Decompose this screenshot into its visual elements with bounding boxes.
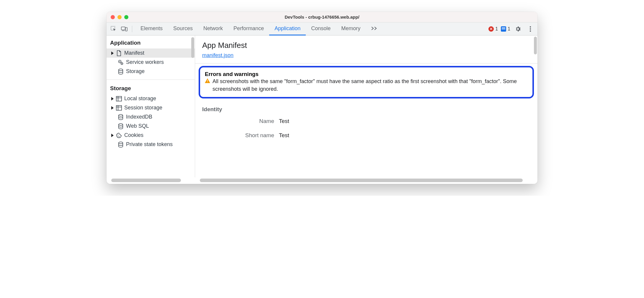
- sidebar-item-cookies[interactable]: Cookies: [107, 131, 195, 140]
- warning-row: All screenshots with the same "form_fact…: [205, 77, 528, 93]
- caret-icon: [111, 106, 114, 110]
- sidebar-section-storage: Storage: [107, 81, 195, 94]
- svg-point-22: [118, 136, 118, 137]
- svg-rect-12: [116, 96, 122, 101]
- section-divider: [195, 63, 537, 64]
- toolbar-divider: [132, 26, 132, 32]
- gears-icon: [118, 59, 124, 65]
- sidebar-item-manifest[interactable]: Manifest: [107, 48, 195, 58]
- tab-elements[interactable]: Elements: [135, 22, 168, 35]
- sidebar-item-private-state-tokens[interactable]: Private state tokens: [107, 140, 195, 149]
- close-window-button[interactable]: [111, 15, 115, 19]
- svg-point-8: [120, 61, 120, 62]
- minimize-window-button[interactable]: [117, 15, 122, 19]
- cookie-icon: [116, 132, 122, 138]
- svg-rect-3: [125, 27, 127, 31]
- identity-shortname-value: Test: [279, 132, 530, 139]
- panel-body: Application Manifest Service workers: [107, 35, 537, 177]
- application-sidebar: Application Manifest Service workers: [107, 35, 195, 177]
- bottom-scroll-region: [107, 177, 537, 184]
- svg-point-5: [530, 28, 531, 29]
- tab-memory[interactable]: Memory: [336, 22, 366, 35]
- sidebar-item-local-storage[interactable]: Local storage: [107, 94, 195, 103]
- warning-text: All screenshots with the same "form_fact…: [213, 77, 528, 93]
- more-menu-icon[interactable]: [526, 24, 535, 34]
- maximize-window-button[interactable]: [124, 15, 128, 19]
- tab-performance[interactable]: Performance: [228, 22, 269, 35]
- titlebar: DevTools - crbug-1476656.web.app/: [107, 12, 537, 22]
- identity-name-key: Name: [202, 118, 279, 124]
- svg-rect-1: [121, 27, 125, 30]
- sidebar-item-label: Local storage: [124, 95, 156, 102]
- svg-point-10: [122, 63, 122, 64]
- window-title: DevTools - crbug-1476656.web.app/: [107, 14, 537, 20]
- sidebar-item-label: Private state tokens: [126, 141, 173, 148]
- svg-point-20: [118, 135, 118, 135]
- error-count-badge[interactable]: ✕ 1: [488, 26, 498, 32]
- db-icon: [118, 142, 124, 148]
- sidebar-item-label: Manifest: [124, 50, 144, 56]
- device-toolbar-icon[interactable]: [120, 24, 129, 34]
- identity-section: Identity Name Test Short name Test: [195, 102, 537, 144]
- svg-point-21: [119, 136, 120, 137]
- more-tabs-button[interactable]: [366, 22, 383, 35]
- sidebar-item-session-storage[interactable]: Session storage: [107, 103, 195, 112]
- caret-icon: [111, 97, 114, 101]
- caret-icon: [111, 51, 114, 55]
- db-icon: [118, 69, 124, 74]
- svg-rect-2: [122, 30, 125, 31]
- devtools-window: DevTools - crbug-1476656.web.app/ Elemen…: [107, 12, 537, 184]
- sidebar-section-application: Application: [107, 35, 195, 48]
- error-icon: ✕: [488, 26, 494, 32]
- tab-console[interactable]: Console: [306, 22, 336, 35]
- message-icon: [501, 26, 506, 32]
- tab-application[interactable]: Application: [269, 22, 306, 35]
- svg-point-6: [530, 30, 531, 31]
- message-count-badge[interactable]: 1: [501, 26, 510, 32]
- svg-point-18: [119, 114, 123, 116]
- errors-warnings-section: Errors and warnings All screenshots with…: [199, 66, 534, 98]
- svg-rect-15: [116, 106, 122, 110]
- file-icon: [116, 50, 122, 56]
- table-icon: [116, 96, 122, 102]
- window-controls: [111, 15, 128, 19]
- sidebar-item-storage[interactable]: Storage: [107, 67, 195, 76]
- table-icon: [116, 105, 122, 111]
- main-h-scrollbar[interactable]: [200, 179, 533, 182]
- svg-point-4: [530, 26, 531, 27]
- sidebar-scrollbar[interactable]: [191, 37, 194, 58]
- db-icon: [118, 123, 124, 129]
- message-count: 1: [508, 26, 510, 32]
- warning-icon: [205, 78, 210, 83]
- settings-icon[interactable]: [513, 24, 523, 34]
- sidebar-item-indexeddb[interactable]: IndexedDB: [107, 112, 195, 122]
- error-count: 1: [495, 26, 498, 32]
- caret-icon: [111, 134, 114, 137]
- sidebar-item-label: Cookies: [124, 132, 143, 138]
- sidebar-item-label: Web SQL: [126, 123, 149, 129]
- sidebar-item-label: Storage: [126, 68, 145, 74]
- svg-point-23: [119, 142, 123, 144]
- main-scrollbar[interactable]: [534, 37, 537, 54]
- inspect-element-icon[interactable]: [109, 24, 118, 34]
- sidebar-item-websql[interactable]: Web SQL: [107, 122, 195, 131]
- main-panel: App Manifest manifest.json Errors and wa…: [195, 35, 537, 177]
- tab-network[interactable]: Network: [198, 22, 228, 35]
- panel-title: App Manifest: [195, 35, 537, 51]
- sidebar-divider: [107, 80, 195, 80]
- manifest-link[interactable]: manifest.json: [202, 52, 233, 59]
- panel-tabs: Elements Sources Network Performance App…: [135, 22, 487, 35]
- svg-point-19: [119, 124, 123, 125]
- main-toolbar: Elements Sources Network Performance App…: [107, 22, 537, 35]
- sidebar-item-label: IndexedDB: [126, 114, 152, 120]
- sidebar-item-service-workers[interactable]: Service workers: [107, 58, 195, 67]
- sidebar-h-scrollbar[interactable]: [111, 179, 190, 182]
- errors-warnings-heading: Errors and warnings: [205, 71, 528, 77]
- db-icon: [118, 114, 124, 120]
- tab-sources[interactable]: Sources: [168, 22, 198, 35]
- identity-heading: Identity: [202, 106, 530, 113]
- identity-shortname-key: Short name: [202, 132, 279, 139]
- identity-name-value: Test: [279, 118, 530, 124]
- svg-point-11: [119, 69, 123, 71]
- sidebar-item-label: Service workers: [126, 59, 164, 65]
